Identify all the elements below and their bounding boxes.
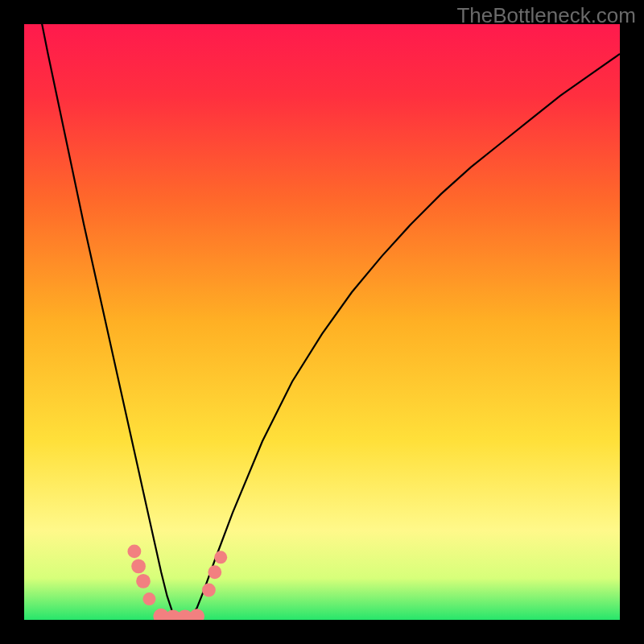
data-point [208,565,221,579]
data-point [131,559,146,574]
data-point [202,584,216,597]
data-point [142,592,155,605]
bottleneck-chart [24,24,620,620]
data-point [214,551,227,564]
chart-frame: TheBottleneck.com [0,0,644,644]
gradient-background [24,24,620,620]
data-point [136,574,151,588]
watermark-text: TheBottleneck.com [456,3,636,28]
data-point [127,544,141,558]
